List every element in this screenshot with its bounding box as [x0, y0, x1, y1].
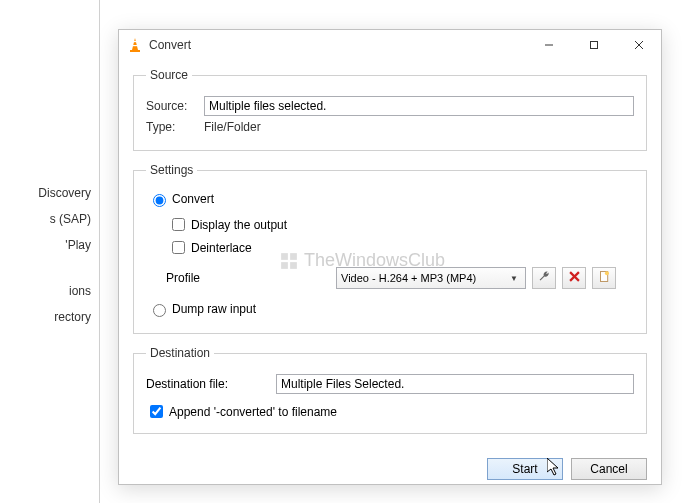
- svg-rect-5: [590, 42, 597, 49]
- start-button[interactable]: Start: [487, 458, 563, 480]
- delete-profile-button[interactable]: [562, 267, 586, 289]
- append-checkbox[interactable]: Append '-converted' to filename: [146, 402, 634, 421]
- append-label: Append '-converted' to filename: [169, 405, 337, 419]
- append-input[interactable]: [150, 405, 163, 418]
- profile-value: Video - H.264 + MP3 (MP4): [341, 272, 507, 284]
- x-icon: [569, 271, 580, 285]
- sidebar-item[interactable]: s (SAP): [0, 206, 99, 232]
- type-value: File/Folder: [204, 120, 261, 134]
- svg-rect-1: [130, 50, 140, 52]
- new-document-icon: [598, 270, 611, 286]
- sidebar-item[interactable]: 'Play: [0, 232, 99, 258]
- edit-profile-button[interactable]: [532, 267, 556, 289]
- svg-rect-3: [133, 45, 138, 46]
- source-legend: Source: [146, 68, 192, 82]
- display-output-checkbox[interactable]: Display the output: [168, 215, 634, 234]
- convert-dialog: Convert Source Source: Type: File/Folder…: [118, 29, 662, 485]
- close-button[interactable]: [616, 30, 661, 60]
- deinterlace-input[interactable]: [172, 241, 185, 254]
- svg-rect-2: [133, 41, 137, 42]
- source-input[interactable]: [204, 96, 634, 116]
- destination-file-input[interactable]: [276, 374, 634, 394]
- sidebar-item[interactable]: Discovery: [0, 180, 99, 206]
- cancel-button[interactable]: Cancel: [571, 458, 647, 480]
- destination-file-label: Destination file:: [146, 377, 276, 391]
- destination-group: Destination Destination file: Append '-c…: [133, 346, 647, 434]
- dump-radio-input[interactable]: [153, 304, 166, 317]
- type-label: Type:: [146, 120, 204, 134]
- convert-radio[interactable]: Convert: [148, 191, 634, 207]
- convert-radio-label: Convert: [172, 192, 214, 206]
- source-label: Source:: [146, 99, 204, 113]
- minimize-button[interactable]: [526, 30, 571, 60]
- new-profile-button[interactable]: [592, 267, 616, 289]
- settings-group: Settings Convert Display the output Dein…: [133, 163, 647, 334]
- dump-radio-label: Dump raw input: [172, 302, 256, 316]
- svg-point-11: [604, 271, 608, 275]
- wrench-icon: [538, 270, 551, 286]
- convert-radio-input[interactable]: [153, 194, 166, 207]
- chevron-down-icon: ▼: [507, 274, 521, 283]
- background-sidebar: Discovery s (SAP) 'Play ions rectory: [0, 0, 100, 503]
- display-output-label: Display the output: [191, 218, 287, 232]
- dump-radio[interactable]: Dump raw input: [148, 301, 634, 317]
- destination-legend: Destination: [146, 346, 214, 360]
- sidebar-item[interactable]: rectory: [0, 304, 99, 330]
- vlc-cone-icon: [127, 37, 143, 53]
- settings-legend: Settings: [146, 163, 197, 177]
- profile-label: Profile: [166, 271, 336, 285]
- deinterlace-label: Deinterlace: [191, 241, 252, 255]
- maximize-button[interactable]: [571, 30, 616, 60]
- display-output-input[interactable]: [172, 218, 185, 231]
- button-bar: Start Cancel: [119, 452, 661, 490]
- profile-select[interactable]: Video - H.264 + MP3 (MP4) ▼: [336, 267, 526, 289]
- titlebar: Convert: [119, 30, 661, 60]
- source-group: Source Source: Type: File/Folder: [133, 68, 647, 151]
- window-title: Convert: [149, 38, 526, 52]
- sidebar-item[interactable]: ions: [0, 278, 99, 304]
- svg-marker-0: [132, 38, 138, 50]
- deinterlace-checkbox[interactable]: Deinterlace: [168, 238, 634, 257]
